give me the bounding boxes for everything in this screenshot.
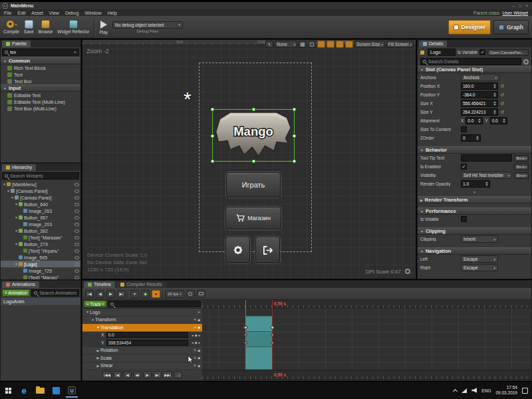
- menu-window[interactable]: Window: [85, 11, 102, 15]
- widget-name-input[interactable]: Logo: [428, 49, 456, 56]
- edge-browser-icon[interactable]: [16, 382, 32, 398]
- hierarchy-item-text-shop[interactable]: [Text] "Магазин": [1, 234, 80, 241]
- animation-item-logoanim[interactable]: LogoAnim: [1, 298, 80, 305]
- menu-view[interactable]: View: [49, 11, 59, 15]
- action-center-icon[interactable]: [522, 388, 528, 394]
- resize-handle[interactable]: [252, 108, 255, 111]
- curve-editor-icon[interactable]: [186, 290, 195, 298]
- navigation-section-header[interactable]: ▼Navigation: [418, 247, 531, 255]
- keyframe-icon[interactable]: ◆: [198, 318, 200, 322]
- step-back-button[interactable]: ◀: [96, 290, 104, 298]
- resolution-icon[interactable]: [345, 41, 353, 48]
- visibility-eye-icon[interactable]: [74, 209, 79, 213]
- add-animation-button[interactable]: + Animation: [2, 289, 30, 297]
- step-forward-button[interactable]: ▶|: [153, 371, 162, 378]
- keyframe-dot[interactable]: [271, 333, 274, 336]
- to-front-button[interactable]: |◀◀: [102, 371, 112, 378]
- visibility-eye-icon[interactable]: [74, 263, 79, 266]
- clear-search-icon[interactable]: ×: [74, 50, 76, 55]
- track-filter-input[interactable]: [108, 301, 201, 307]
- resize-handle[interactable]: [211, 134, 214, 138]
- palette-item-rich-text-block[interactable]: Rich Text Block: [1, 65, 80, 71]
- fill-screen-dropdown[interactable]: Fill Screen▾: [386, 41, 414, 48]
- reset-to-default-icon[interactable]: ↺: [500, 101, 504, 106]
- volume-icon[interactable]: [471, 388, 477, 393]
- end-marker-line[interactable]: [272, 300, 273, 380]
- hierarchy-item-image-203[interactable]: Image_203: [1, 221, 80, 227]
- exit-menu-button[interactable]: [255, 237, 280, 263]
- add-track-button[interactable]: + Track▾: [84, 301, 106, 307]
- hierarchy-item-canvas-panel-2[interactable]: ▼[Canvas Panel]: [1, 194, 80, 201]
- track-transform[interactable]: ▼Transform+◆: [82, 317, 202, 325]
- animations-search-input[interactable]: [31, 289, 79, 297]
- screen-size-dropdown[interactable]: Screen Size▾: [354, 41, 385, 48]
- advanced-expander[interactable]: ▼: [418, 188, 531, 192]
- play-reverse-button[interactable]: ◀▪: [133, 371, 142, 378]
- parent-class-link[interactable]: User Widget: [502, 11, 528, 15]
- options-dropdown-icon[interactable]: ▾: [130, 290, 139, 298]
- menu-edit[interactable]: Edit: [17, 11, 25, 15]
- visibility-eye-icon[interactable]: [74, 183, 79, 186]
- spinner[interactable]: [493, 101, 496, 106]
- fps-dropdown[interactable]: 20 fps▾: [165, 290, 184, 298]
- is-volatile-checkbox[interactable]: [461, 216, 467, 222]
- add-key-icon[interactable]: +: [194, 325, 196, 329]
- next-key-icon[interactable]: ▸: [198, 340, 200, 344]
- spinner[interactable]: [478, 118, 481, 123]
- designer-mode-button[interactable]: Designer: [448, 20, 491, 35]
- visibility-eye-icon[interactable]: [74, 249, 79, 253]
- size-to-content-checkbox[interactable]: [461, 126, 467, 132]
- visibility-eye-icon[interactable]: [74, 190, 79, 193]
- unreal-editor-taskbar-icon[interactable]: [64, 382, 80, 398]
- track-translation-x[interactable]: X0.0◂◆▸: [82, 332, 202, 340]
- store-icon[interactable]: [48, 382, 64, 398]
- play-forward-button[interactable]: ▶: [143, 371, 152, 378]
- hierarchy-item-canvas-panel[interactable]: ▼[Canvas Panel]: [1, 188, 80, 194]
- track-translation-y[interactable]: Y398.534454◂◆▸: [82, 339, 202, 347]
- hierarchy-item-mainmenu[interactable]: ▼[MainMenu]: [1, 181, 80, 188]
- compile-dropdown-icon[interactable]: ▾: [15, 23, 17, 27]
- keyframe-dot[interactable]: [271, 341, 274, 344]
- track-rotation[interactable]: ▶Rotation+◆: [82, 347, 202, 355]
- y-value-field[interactable]: 398.534454: [106, 340, 188, 346]
- reset-to-default-icon[interactable]: ↺: [500, 92, 504, 98]
- visibility-dropdown[interactable]: Self Hit Test Invisible▾: [461, 172, 512, 179]
- behavior-section-header[interactable]: ▼Behavior: [418, 146, 531, 154]
- spinner[interactable]: [493, 110, 496, 114]
- spinner[interactable]: [476, 136, 479, 140]
- slot-section-header[interactable]: ▼Slot (Canvas Panel Slot): [418, 66, 531, 73]
- reset-to-default-icon[interactable]: ↺: [500, 84, 504, 89]
- file-explorer-icon[interactable]: [32, 382, 48, 398]
- designer-canvas[interactable]: 500 1000 1500 ↖ None▾ Screen Size▾ Fill …: [82, 39, 416, 279]
- keyframe-icon[interactable]: ◆: [198, 325, 200, 329]
- is-enabled-bind-button[interactable]: Bind▾: [514, 164, 529, 170]
- palette-item-text-box[interactable]: Text Box: [1, 78, 80, 84]
- visibility-eye-icon[interactable]: [74, 229, 79, 233]
- palette-item-text[interactable]: Text: [1, 71, 80, 78]
- visibility-bind-button[interactable]: Bind▾: [514, 172, 529, 179]
- loop-button[interactable]: →|: [174, 371, 182, 378]
- position-x-field[interactable]: 160.0: [461, 82, 498, 90]
- hierarchy-item-button-279[interactable]: ▼Button_279: [1, 241, 80, 247]
- align-x-field[interactable]: 0.0: [466, 117, 483, 124]
- go-to-start-button[interactable]: |◀: [85, 290, 94, 298]
- clipping-section-header[interactable]: ▼Clipping: [418, 227, 531, 235]
- hierarchy-item-image-725[interactable]: Image_725: [1, 267, 80, 274]
- open-canvaspanel-button[interactable]: Open CanvasPan...: [487, 49, 529, 56]
- keyframe-dot[interactable]: [244, 333, 247, 336]
- hierarchy-item-image-263[interactable]: Image_263: [1, 207, 80, 214]
- time-ruler-bottom[interactable]: 0.50 s: [202, 370, 531, 380]
- add-key-icon[interactable]: ◆: [141, 290, 150, 298]
- resize-handle[interactable]: [211, 160, 214, 163]
- menu-asset[interactable]: Asset: [31, 11, 43, 15]
- spinner[interactable]: [485, 182, 488, 186]
- resize-handle[interactable]: [293, 160, 296, 163]
- cursor-tool-button[interactable]: ↖: [265, 41, 273, 48]
- keyframe-icon[interactable]: ◆: [198, 348, 200, 352]
- zorder-field[interactable]: 0: [461, 134, 481, 142]
- logo-widget-selected[interactable]: Mango: [212, 109, 295, 162]
- zoom-fit-icon[interactable]: [197, 290, 205, 298]
- track-logo[interactable]: ▼Logo+: [82, 309, 202, 317]
- x-value-field[interactable]: 0.0: [106, 332, 188, 338]
- hierarchy-item-button-640[interactable]: ▼Button_640: [1, 201, 80, 207]
